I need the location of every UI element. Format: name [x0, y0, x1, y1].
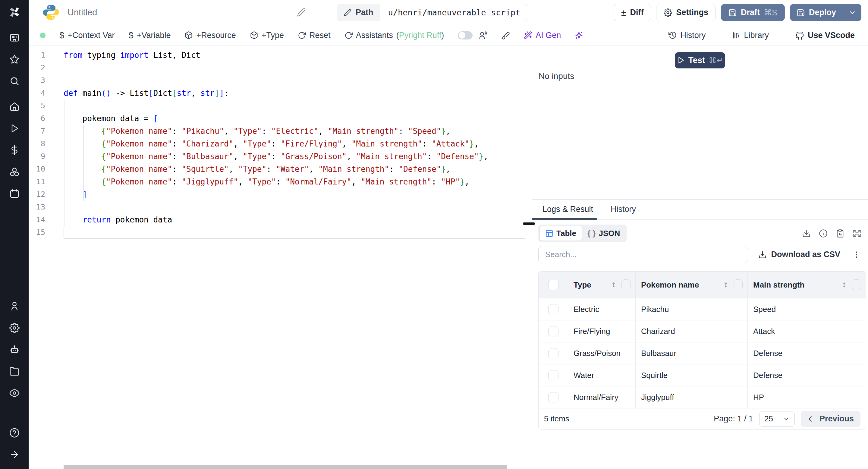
line-content: {"Pokemon name": "Charizard", "Type": "F…: [64, 137, 526, 150]
info-icon[interactable]: [819, 229, 828, 238]
code-line-14[interactable]: 14 return pokemon_data: [29, 213, 526, 226]
kebab-menu-icon[interactable]: [852, 250, 861, 259]
table-row[interactable]: Grass/PoisonBulbasaurDefense: [538, 342, 866, 364]
code-line-3[interactable]: 3: [29, 74, 526, 87]
row-checkbox[interactable]: [548, 348, 558, 358]
row-checkbox[interactable]: [548, 392, 558, 402]
sidebar-item-app-window[interactable]: [0, 27, 29, 49]
draft-button[interactable]: Draft ⌘S: [721, 4, 785, 21]
table-row[interactable]: Normal/FairyJigglypuffHP: [538, 386, 866, 408]
line-content: ]: [64, 188, 526, 201]
download-csv-button[interactable]: Download as CSV: [758, 250, 840, 259]
tab-history[interactable]: History: [611, 199, 636, 219]
format-button[interactable]: [501, 31, 510, 40]
tab-logs-result[interactable]: Logs & Result: [532, 199, 597, 220]
add-variable-button[interactable]: $ +Variable: [128, 30, 170, 40]
code-line-5[interactable]: 5: [29, 99, 526, 112]
sidebar-item-eye[interactable]: [0, 382, 29, 404]
add-type-button[interactable]: +Type: [250, 31, 284, 40]
add-resource-button[interactable]: +Resource: [184, 31, 236, 40]
sidebar-item-home[interactable]: [0, 96, 29, 118]
assistants-button[interactable]: Assistants (Pyright Ruff): [344, 31, 444, 40]
column-filter-box[interactable]: [734, 279, 743, 290]
row-select-cell: [538, 365, 568, 386]
previous-page-button[interactable]: Previous: [801, 411, 861, 427]
wand-icon: [524, 31, 532, 39]
download-result-icon[interactable]: [802, 229, 811, 238]
diff-button[interactable]: ± Diff: [614, 4, 651, 21]
code-line-8[interactable]: 8 {"Pokemon name": "Charizard", "Type": …: [29, 137, 526, 150]
ai-sparkles-button[interactable]: [575, 31, 583, 39]
table-row[interactable]: WaterSquirtleDefense: [538, 364, 866, 386]
sidebar-item-gear[interactable]: [0, 317, 29, 339]
code-line-15[interactable]: 15: [29, 226, 526, 239]
sidebar-item-cubes[interactable]: [0, 161, 29, 183]
code-line-9[interactable]: 9 {"Pokemon name": "Bulbasaur", "Type": …: [29, 150, 526, 163]
row-checkbox[interactable]: [548, 370, 558, 380]
play-icon: [10, 124, 19, 133]
no-inputs-label: No inputs: [538, 71, 574, 81]
sidebar-item-folder[interactable]: [0, 361, 29, 382]
download-icon: [758, 250, 767, 259]
sidebar-item-help[interactable]: [0, 422, 29, 444]
history-button[interactable]: History: [669, 31, 706, 40]
windmill-logo[interactable]: [0, 0, 29, 25]
refresh-icon: [344, 31, 352, 39]
code-editor[interactable]: 1from typing import List, Dict234def mai…: [29, 46, 526, 469]
row-checkbox[interactable]: [548, 326, 558, 336]
expand-icon[interactable]: [852, 229, 861, 238]
code-line-1[interactable]: 1from typing import List, Dict: [29, 49, 526, 61]
table-row[interactable]: ElectricPikachuSpeed: [538, 298, 866, 320]
plus-minus-icon: ±: [621, 7, 626, 18]
code-line-7[interactable]: 7 {"Pokemon name": "Pikachu", "Type": "E…: [29, 125, 526, 137]
line-number: 1: [29, 49, 45, 61]
gear-icon: [9, 323, 20, 333]
sidebar-item-calendar[interactable]: [0, 183, 29, 205]
sort-icon[interactable]: [841, 281, 848, 288]
add-context-var-button[interactable]: $ +Context Var: [59, 30, 115, 40]
sidebar-item-arrow-right[interactable]: [0, 444, 29, 465]
deploy-button[interactable]: Deploy: [790, 4, 843, 21]
result-search-input[interactable]: [538, 246, 748, 263]
script-path-field[interactable]: Path u/henri/maneuverable_script: [337, 4, 528, 21]
test-button[interactable]: Test ⌘↵: [675, 52, 725, 68]
sort-icon[interactable]: [722, 281, 730, 288]
edit-summary-pencil-icon[interactable]: [297, 8, 306, 17]
sidebar-item-play[interactable]: [0, 118, 29, 139]
column-filter-box[interactable]: [621, 279, 630, 290]
copy-to-clipboard-icon[interactable]: [836, 229, 844, 238]
code-line-11[interactable]: 11 {"Pokemon name": "Jigglypuff", "Type"…: [29, 176, 526, 188]
code-line-2[interactable]: 2: [29, 61, 526, 74]
multiplayer-toggle[interactable]: [458, 31, 472, 39]
table-row[interactable]: Fire/FlyingCharizardAttack: [538, 320, 866, 342]
settings-button[interactable]: Settings: [656, 4, 716, 21]
view-table-button[interactable]: Table: [539, 226, 582, 241]
deploy-dropdown-button[interactable]: [843, 4, 861, 21]
ai-gen-button[interactable]: AI Gen: [524, 31, 561, 40]
view-json-button[interactable]: { } JSON: [582, 226, 625, 241]
user-voice-icon: [478, 31, 487, 40]
sidebar-item-robot[interactable]: [0, 339, 29, 361]
sidebar-item-star[interactable]: [0, 49, 29, 70]
code-line-13[interactable]: 13: [29, 201, 526, 213]
library-button[interactable]: Library: [732, 31, 769, 40]
sidebar-item-dollar[interactable]: [0, 139, 29, 161]
sidebar-item-user[interactable]: [0, 295, 29, 317]
splitter-drag-handle[interactable]: [523, 222, 535, 225]
panel-splitter[interactable]: [526, 46, 532, 469]
row-select-cell: [538, 386, 568, 408]
column-filter-box[interactable]: [852, 279, 861, 290]
sidebar-item-search[interactable]: [0, 70, 29, 92]
editor-horizontal-scrollbar[interactable]: [64, 465, 507, 469]
sort-icon[interactable]: [610, 281, 617, 288]
page-size-select[interactable]: 25: [759, 411, 795, 427]
code-line-6[interactable]: 6 pokemon_data = [: [29, 112, 526, 125]
brush-icon: [501, 31, 510, 40]
code-line-12[interactable]: 12 ]: [29, 188, 526, 201]
select-all-checkbox[interactable]: [548, 280, 558, 290]
code-line-10[interactable]: 10 {"Pokemon name": "Squirtle", "Type": …: [29, 163, 526, 176]
row-checkbox[interactable]: [548, 304, 558, 314]
code-line-4[interactable]: 4def main() -> List[Dict[str, str]]:: [29, 87, 526, 99]
use-vscode-button[interactable]: Use VScode: [795, 31, 855, 40]
reset-button[interactable]: Reset: [298, 31, 331, 40]
